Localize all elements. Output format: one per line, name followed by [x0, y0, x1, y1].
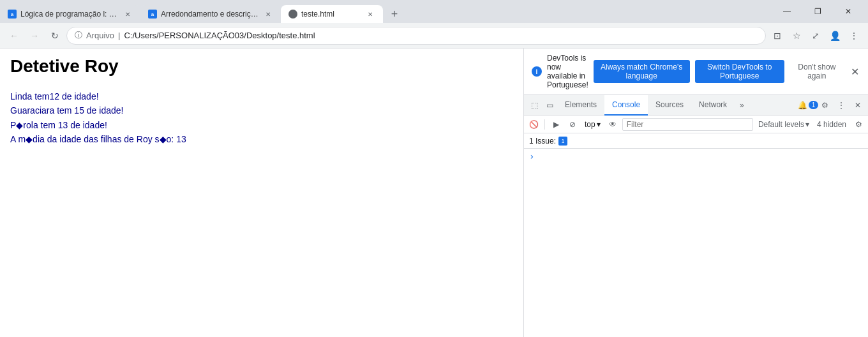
- always-match-button[interactable]: Always match Chrome's language: [594, 60, 690, 83]
- tab-network[interactable]: Network: [691, 95, 735, 116]
- new-tab-button[interactable]: +: [385, 5, 403, 23]
- switch-devtools-button[interactable]: Switch DevTools to Portuguese: [695, 60, 784, 83]
- window-controls: — ❐ ✕: [772, 0, 868, 23]
- toolbar: ← → ↻ ⓘ Arquivo | C:/Users/PERSONALIZAÇÃ…: [0, 23, 868, 49]
- console-content: ›: [524, 149, 868, 337]
- bookmark-icon[interactable]: ☆: [788, 27, 805, 45]
- tab-favicon-logica: a: [8, 10, 17, 19]
- tab-favicon-teste: [288, 10, 297, 19]
- issue-flag-count: 1: [562, 138, 565, 144]
- eye-icon[interactable]: 👁: [606, 117, 620, 131]
- tab-favicon-arredondamento: a: [148, 10, 157, 19]
- menu-icon[interactable]: ⋮: [845, 27, 863, 45]
- devtools-close-icon[interactable]: ✕: [850, 98, 865, 113]
- devtools-notification: i DevTools is now available in Portugues…: [524, 49, 868, 95]
- notification-text: DevTools is now available in Portuguese!: [547, 54, 588, 89]
- tab-title-arredondamento: Arredondamento e descrição | Lo...: [161, 10, 259, 19]
- top-selector[interactable]: top ▾: [582, 119, 603, 130]
- issue-flag-icon[interactable]: 1: [558, 137, 567, 146]
- close-button[interactable]: ✕: [834, 0, 863, 23]
- address-url: C:/Users/PERSONALIZAÇÃO03/Desktop/teste.…: [124, 31, 758, 40]
- chrome-window: a Lógica de programação l: crie pr... ✕ …: [0, 0, 868, 337]
- devtools-inspect-icon[interactable]: ⬚: [527, 98, 542, 113]
- devtools-badge-button[interactable]: 🔔1: [800, 98, 816, 113]
- tab-close-arredondamento[interactable]: ✕: [263, 9, 273, 19]
- minimize-button[interactable]: —: [772, 0, 802, 23]
- address-separator: |: [118, 31, 120, 40]
- console-toggle-icon[interactable]: ▶: [549, 117, 563, 131]
- issue-text: 1 Issue:: [529, 137, 556, 146]
- tab-console[interactable]: Console: [604, 95, 648, 116]
- page-line-2: Guaraciara tem 15 de idade!: [10, 103, 513, 117]
- devtools-tabs: ⬚ ▭ Elements Console Sources Network » 🔔…: [524, 95, 868, 116]
- tab-more-button[interactable]: »: [735, 95, 749, 116]
- tab-close-logica[interactable]: ✕: [123, 9, 133, 19]
- tab-title-teste: teste.html: [301, 10, 361, 19]
- console-divider: [544, 119, 545, 130]
- default-levels-chevron-icon: ▾: [805, 120, 809, 129]
- toolbar-right: ⊡ ☆ ⤢ 👤 ⋮: [768, 27, 863, 45]
- devtools-ellipsis-icon[interactable]: ⋮: [834, 98, 849, 113]
- devtools-tab-right: 🔔1 ⚙ ⋮ ✕: [800, 98, 865, 113]
- cast-icon[interactable]: ⊡: [768, 27, 786, 45]
- page-title: Detetive Roy: [10, 56, 513, 77]
- tab-logica[interactable]: a Lógica de programação l: crie pr... ✕: [0, 5, 140, 23]
- page-line-1: Linda tem12 de idade!: [10, 89, 513, 103]
- tab-sources[interactable]: Sources: [648, 95, 691, 116]
- devtools-device-icon[interactable]: ▭: [542, 98, 557, 113]
- tab-elements[interactable]: Elements: [557, 95, 604, 116]
- profile-icon[interactable]: 👤: [826, 27, 844, 45]
- tab-close-teste[interactable]: ✕: [365, 9, 375, 19]
- restore-button[interactable]: ❐: [803, 0, 832, 23]
- notification-info-icon: i: [532, 66, 542, 77]
- page-content: Detetive Roy Linda tem12 de idade! Guara…: [0, 49, 523, 337]
- address-bar[interactable]: ⓘ Arquivo | C:/Users/PERSONALIZAÇÃO03/De…: [66, 27, 766, 45]
- console-block-icon[interactable]: ⊘: [565, 117, 580, 131]
- back-button[interactable]: ←: [5, 27, 23, 45]
- forward-button[interactable]: →: [26, 27, 43, 45]
- issue-bar: 1 Issue: 1: [524, 133, 868, 149]
- page-line-3: P◆rola tem 13 de idade!: [10, 118, 513, 132]
- tab-teste[interactable]: teste.html ✕: [281, 5, 383, 23]
- top-label: top: [585, 120, 595, 129]
- default-levels-selector[interactable]: Default levels ▾: [756, 119, 812, 130]
- top-chevron-icon: ▾: [597, 120, 601, 129]
- hidden-count-label: 4 hidden: [814, 120, 849, 129]
- info-icon: ⓘ: [75, 30, 82, 41]
- page-line-4: A m◆dia da idade das filhas de Roy s◆o: …: [10, 132, 513, 146]
- console-chevron-icon[interactable]: ›: [529, 151, 534, 161]
- dont-show-again-button[interactable]: Don't show again: [789, 60, 844, 83]
- console-settings-icon[interactable]: ⚙: [851, 117, 865, 131]
- tab-title-logica: Lógica de programação l: crie pr...: [20, 10, 119, 19]
- console-toolbar: 🚫 ▶ ⊘ top ▾ 👁 Default levels ▾ 4 hidden …: [524, 116, 868, 133]
- devtools-panel: i DevTools is now available in Portugues…: [523, 49, 868, 337]
- main-area: Detetive Roy Linda tem12 de idade! Guara…: [0, 49, 868, 337]
- zoom-icon[interactable]: ⤢: [807, 27, 825, 45]
- page-lines: Linda tem12 de idade! Guaraciara tem 15 …: [10, 89, 513, 147]
- address-arquivo-label: Arquivo: [86, 31, 114, 40]
- filter-input[interactable]: [622, 118, 753, 131]
- devtools-settings-icon[interactable]: ⚙: [817, 98, 832, 113]
- console-clear-icon[interactable]: 🚫: [527, 117, 541, 131]
- default-levels-label: Default levels: [758, 120, 804, 129]
- notification-close-icon[interactable]: ✕: [849, 64, 860, 79]
- reload-button[interactable]: ↻: [46, 27, 64, 45]
- tab-arredondamento[interactable]: a Arredondamento e descrição | Lo... ✕: [140, 5, 281, 23]
- title-bar: a Lógica de programação l: crie pr... ✕ …: [0, 0, 868, 23]
